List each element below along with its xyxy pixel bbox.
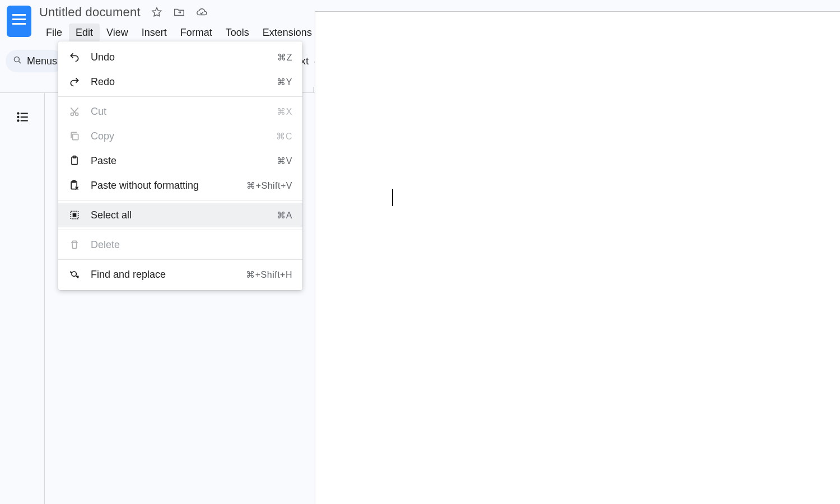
svg-rect-7 (20, 116, 27, 118)
menu-item-shortcut: ⌘Z (277, 52, 292, 63)
menu-item-shortcut: ⌘+Shift+H (246, 269, 292, 280)
docs-logo-icon[interactable] (7, 6, 31, 37)
cut-icon (68, 105, 81, 118)
menu-file[interactable]: File (39, 24, 69, 42)
menu-item-paste[interactable]: Paste ⌘V (58, 148, 302, 173)
svg-point-10 (76, 113, 78, 116)
menu-view[interactable]: View (100, 24, 135, 42)
svg-rect-16 (73, 213, 77, 217)
menu-item-label: Select all (91, 209, 267, 221)
menu-item-shortcut: ⌘V (277, 156, 292, 166)
menu-extensions[interactable]: Extensions (256, 24, 319, 42)
star-icon[interactable] (151, 6, 163, 18)
search-menus-button[interactable]: Menus (6, 50, 64, 72)
document-title[interactable]: Untitled document (39, 5, 141, 20)
menu-item-delete[interactable]: Delete (58, 232, 302, 257)
svg-rect-6 (20, 113, 27, 114)
svg-point-5 (17, 119, 19, 122)
svg-point-9 (71, 113, 73, 116)
search-menus-label: Menus (27, 55, 57, 67)
page[interactable] (315, 11, 840, 504)
find-replace-icon (68, 268, 81, 281)
menu-item-label: Paste (91, 155, 267, 167)
menu-separator (58, 230, 302, 230)
menu-item-redo[interactable]: Redo ⌘Y (58, 69, 302, 94)
svg-rect-11 (73, 134, 78, 140)
menu-item-label: Copy (91, 130, 266, 142)
search-icon (12, 55, 22, 67)
cloud-status-icon[interactable] (195, 6, 208, 18)
menu-item-copy[interactable]: Copy ⌘C (58, 124, 302, 148)
menu-item-label: Cut (91, 106, 267, 118)
menu-item-select-all[interactable]: Select all ⌘A (58, 203, 302, 227)
paste-icon (68, 155, 81, 167)
menu-tools[interactable]: Tools (219, 24, 256, 42)
svg-point-0 (14, 57, 19, 62)
svg-point-17 (72, 272, 76, 276)
copy-icon (68, 130, 81, 142)
menu-item-shortcut: ⌘C (276, 131, 292, 142)
menu-item-paste-without-formatting[interactable]: Paste without formatting ⌘+Shift+V (58, 173, 302, 198)
menu-item-find-and-replace[interactable]: Find and replace ⌘+Shift+H (58, 262, 302, 287)
menu-item-cut[interactable]: Cut ⌘X (58, 99, 302, 124)
menu-item-label: Undo (91, 52, 267, 63)
svg-point-4 (17, 116, 19, 118)
menu-item-shortcut: ⌘X (277, 106, 292, 117)
redo-icon (68, 76, 81, 88)
menu-item-undo[interactable]: Undo ⌘Z (58, 45, 302, 69)
delete-icon (68, 239, 81, 251)
move-to-folder-icon[interactable] (173, 6, 185, 18)
menu-item-label: Paste without formatting (91, 180, 236, 192)
menubar: File Edit View Insert Format Tools Exten… (39, 24, 353, 42)
menu-separator (58, 259, 302, 260)
edit-menu-dropdown: Undo ⌘Z Redo ⌘Y Cut ⌘X Copy ⌘C Paste ⌘V … (58, 41, 302, 290)
menu-item-shortcut: ⌘+Shift+V (246, 180, 292, 191)
document-outline-button[interactable] (15, 110, 30, 127)
menu-format[interactable]: Format (174, 24, 219, 42)
menu-item-shortcut: ⌘A (277, 210, 292, 221)
menu-separator (58, 200, 302, 200)
undo-icon (68, 51, 81, 63)
menu-item-label: Find and replace (91, 269, 236, 281)
svg-point-3 (17, 112, 19, 114)
paste-no-formatting-icon (68, 179, 81, 192)
left-rail (0, 93, 45, 504)
select-all-icon (68, 209, 81, 221)
menu-item-label: Redo (91, 76, 267, 88)
text-caret (392, 189, 393, 206)
svg-rect-8 (20, 120, 27, 121)
menu-edit[interactable]: Edit (69, 24, 100, 42)
menu-item-shortcut: ⌘Y (277, 77, 292, 87)
menu-item-label: Delete (91, 239, 282, 251)
menu-separator (58, 96, 302, 97)
menu-insert[interactable]: Insert (135, 24, 174, 42)
